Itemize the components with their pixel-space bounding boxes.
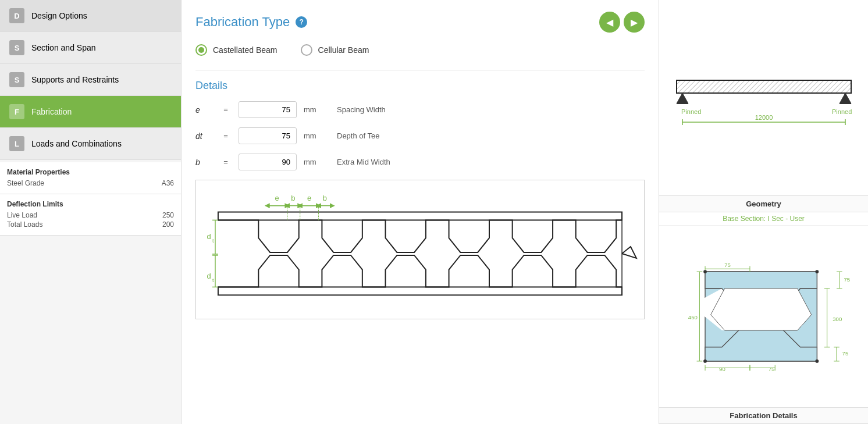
svg-point-74 (815, 359, 819, 363)
svg-point-71 (703, 270, 707, 273)
svg-point-72 (703, 359, 707, 363)
live-load-value: 250 (162, 211, 174, 219)
geometry-title: Geometry (659, 195, 868, 212)
fabrication-svg-area: 75 75 450 (659, 226, 868, 408)
radio-castellated[interactable]: Castellated Beam (195, 44, 278, 56)
radio-cellular[interactable]: Cellular Beam (301, 44, 369, 56)
svg-text:b: b (291, 194, 295, 202)
sidebar-item-design-options[interactable]: D Design Options (0, 0, 181, 32)
center-panel: Fabrication Type ? ◀ ▶ Castellated Beam … (182, 0, 659, 424)
deflection-limits-panel: Deflection Limits Live Load 250 Total Lo… (0, 194, 181, 236)
fabrication-type-radio-group: Castellated Beam Cellular Beam (195, 44, 645, 56)
field-unit-e: mm (304, 105, 324, 114)
sidebar-label-design-options: Design Options (31, 11, 87, 20)
badge-s2: S (9, 72, 24, 87)
field-row-dt: dt = mm Depth of Tee (195, 127, 645, 144)
nav-prev-button[interactable]: ◀ (599, 12, 620, 33)
field-unit-dt: mm (304, 131, 324, 140)
field-input-dt[interactable] (239, 127, 297, 144)
svg-text:Pinned: Pinned (681, 108, 701, 115)
page-title: Fabrication Type (195, 15, 290, 30)
sidebar: D Design Options S Section and Span S Su… (0, 0, 182, 424)
sidebar-label-supports: Supports and Restraints (31, 75, 119, 84)
field-input-e[interactable] (239, 101, 297, 118)
field-unit-b: mm (304, 158, 324, 166)
field-row-e: e = mm Spacing Width (195, 101, 645, 118)
geometry-box: Pinned Pinned 12000 Geometry (659, 0, 868, 212)
radio-label-castellated: Castellated Beam (213, 45, 278, 55)
details-title: Details (195, 80, 645, 92)
badge-s1: S (9, 40, 24, 55)
svg-text:d: d (207, 272, 211, 280)
fabrication-details-title: Fabrication Details (659, 407, 868, 423)
steel-grade-label: Steel Grade (7, 179, 44, 187)
sidebar-item-supports[interactable]: S Supports and Restraints (0, 64, 181, 96)
sidebar-label-loads: Loads and Combinations (31, 139, 122, 148)
svg-text:12000: 12000 (755, 114, 773, 121)
field-desc-b: Extra Mid Width (337, 158, 390, 166)
field-desc-e: Spacing Width (337, 105, 386, 114)
svg-marker-26 (677, 93, 688, 104)
sidebar-item-fabrication[interactable]: F Fabrication (0, 96, 181, 128)
svg-rect-25 (677, 80, 851, 93)
field-row-b: b = mm Extra Mid Width (195, 154, 645, 170)
details-section: Details e = mm Spacing Width dt = mm Dep… (195, 80, 645, 170)
svg-text:75: 75 (768, 366, 774, 372)
nav-next-button[interactable]: ▶ (624, 12, 645, 33)
svg-text:75: 75 (844, 276, 850, 283)
page-header: Fabrication Type ? ◀ ▶ (195, 12, 645, 33)
sidebar-item-section-span[interactable]: S Section and Span (0, 32, 181, 64)
svg-text:d: d (207, 232, 211, 241)
svg-marker-42 (710, 288, 811, 330)
svg-text:b: b (323, 194, 327, 202)
beam-diagram: e b e b d t (195, 180, 645, 319)
field-input-b[interactable] (239, 154, 297, 170)
svg-text:Pinned: Pinned (832, 108, 852, 115)
badge-f: F (9, 104, 24, 119)
svg-point-73 (815, 270, 819, 273)
nav-arrows: ◀ ▶ (599, 12, 645, 33)
svg-rect-0 (218, 212, 622, 220)
radio-circle-castellated (195, 44, 207, 56)
svg-text:90: 90 (719, 366, 725, 372)
total-loads-label: Total Loads (7, 220, 42, 229)
radio-label-cellular: Cellular Beam (318, 45, 369, 55)
svg-marker-28 (839, 93, 851, 104)
svg-text:75: 75 (842, 350, 848, 357)
svg-rect-1 (218, 287, 622, 295)
right-panel: Pinned Pinned 12000 Geometry Base Sectio… (659, 0, 868, 424)
deflection-limits-title: Deflection Limits (7, 200, 174, 208)
live-load-label: Live Load (7, 211, 37, 219)
badge-d: D (9, 8, 24, 23)
field-name-dt: dt (195, 131, 213, 141)
section-divider (195, 70, 645, 70)
svg-text:450: 450 (688, 314, 697, 320)
sidebar-label-section-span: Section and Span (31, 43, 96, 52)
badge-l: L (9, 136, 24, 151)
help-icon[interactable]: ? (296, 16, 307, 28)
fabrication-box: Base Section: I Sec - User (659, 212, 868, 425)
svg-text:75: 75 (724, 262, 731, 268)
svg-text:300: 300 (833, 315, 842, 322)
main-content: Fabrication Type ? ◀ ▶ Castellated Beam … (182, 0, 868, 424)
material-properties-panel: Material Properties Steel Grade A36 (0, 162, 181, 194)
sidebar-item-loads[interactable]: L Loads and Combinations (0, 128, 181, 160)
base-section-label: Base Section: I Sec - User (659, 212, 868, 226)
sidebar-label-fabrication: Fabrication (31, 107, 72, 116)
steel-grade-value: A36 (162, 179, 174, 187)
total-loads-value: 200 (162, 220, 174, 229)
svg-text:t: t (212, 277, 214, 283)
field-name-e: e (195, 105, 213, 115)
radio-circle-cellular (301, 44, 312, 56)
field-name-b: b (195, 158, 213, 167)
svg-text:e: e (275, 194, 279, 202)
material-properties-title: Material Properties (7, 168, 174, 176)
field-desc-dt: Depth of Tee (337, 131, 379, 140)
svg-text:t: t (212, 238, 214, 244)
geometry-svg-area: Pinned Pinned 12000 (659, 0, 868, 195)
svg-text:e: e (307, 194, 311, 202)
